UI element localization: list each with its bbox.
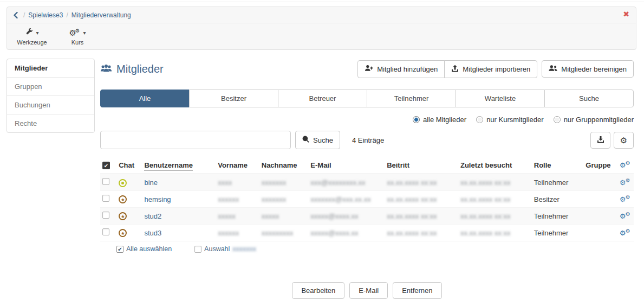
users-cleanup-icon xyxy=(549,65,557,73)
sidebar-item-rechte[interactable]: Rechte xyxy=(7,114,94,132)
select-subset-link[interactable]: Auswahl xxxxxxx xyxy=(194,245,256,253)
bearbeiten-button[interactable]: Bearbeiten xyxy=(292,282,344,299)
row-checkbox[interactable] xyxy=(102,195,109,202)
tab-teilnehmer[interactable]: Teilnehmer xyxy=(367,90,456,107)
back-chevron-icon[interactable] xyxy=(14,12,18,18)
header-actions: Mitglied hinzufügenMitglieder importiere… xyxy=(357,60,634,78)
redacted-text: xx.xx.xxxx xx:xx xyxy=(460,212,510,220)
entfernen-button[interactable]: Entfernen xyxy=(393,282,441,299)
chat-unavailable-icon[interactable]: * xyxy=(119,229,127,237)
redacted-text: xxxx xyxy=(218,178,232,187)
column-header-chat[interactable]: Chat xyxy=(116,158,142,174)
mitglieder-bereinigen-button[interactable]: Mitglieder bereinigen xyxy=(542,60,634,78)
row-actions-gears-icon[interactable]: ⚙⚙ xyxy=(620,195,632,204)
column-header-nachname[interactable]: Nachname xyxy=(259,158,309,174)
segment-tabs: AlleBesitzerBetreuerTeilnehmerWarteliste… xyxy=(100,90,634,107)
bulk-action-buttons: BearbeitenE-MailEntfernen xyxy=(100,282,634,299)
column-header-gruppe[interactable]: Gruppe xyxy=(583,158,617,174)
sidebar-item-buchungen[interactable]: Buchungen xyxy=(7,95,94,114)
row-checkbox[interactable] xyxy=(102,228,109,235)
column-header-email[interactable]: E-Mail xyxy=(308,158,385,174)
wrench-icon xyxy=(25,27,34,38)
user-plus-icon xyxy=(365,65,373,73)
username-link[interactable]: stud2 xyxy=(144,212,161,220)
column-header-rolle[interactable]: Rolle xyxy=(532,158,584,174)
search-button[interactable]: Suche xyxy=(295,131,340,149)
table-row: *stud2xxxxxxxxxxxxxxx@xxxx.xxxx.xx.xxxx … xyxy=(100,208,634,225)
radio-icon[interactable] xyxy=(413,116,420,123)
select-all-link[interactable]: ✔ Alle auswählen xyxy=(116,245,172,253)
row-checkbox[interactable] xyxy=(102,178,109,185)
checked-checkbox-icon[interactable]: ✔ xyxy=(116,246,123,253)
toolbar-item-werkzeuge[interactable]: ▾ Werkzeuge xyxy=(17,28,47,46)
tab-betreuer[interactable]: Betreuer xyxy=(278,90,367,107)
search-input[interactable] xyxy=(100,131,291,149)
radio-icon[interactable] xyxy=(554,116,561,123)
row-checkbox[interactable] xyxy=(102,212,109,219)
upload-icon xyxy=(451,65,459,74)
username-link[interactable]: stud3 xyxy=(144,229,161,237)
toolbar-item-label: Werkzeuge xyxy=(17,39,47,46)
username-link[interactable]: bine xyxy=(144,178,158,187)
table-row: binexxxxxxxxxxxxxx@xxxxxxxx.xxxx.xx.xxxx… xyxy=(100,174,634,191)
toolbar-item-kurs[interactable]: ⚙⚙ ▾ Kurs xyxy=(62,28,93,46)
main-panel: Mitglieder Mitglied hinzufügenMitglieder… xyxy=(100,59,634,299)
chat-available-icon[interactable] xyxy=(119,179,127,187)
tab-besitzer[interactable]: Besitzer xyxy=(189,90,278,107)
column-header-zuletzt-besucht[interactable]: Zuletzt besucht xyxy=(458,158,532,174)
radio-alle-mitglieder[interactable]: alle Mitglieder xyxy=(413,116,466,124)
radio-icon[interactable] xyxy=(476,116,483,123)
redacted-text: xx.xx.xxxx xx:xx xyxy=(387,178,437,187)
redacted-text: xxx@xxxxxxxx.xx xyxy=(310,178,365,187)
breadcrumb-separator: / xyxy=(23,11,25,19)
search-icon xyxy=(302,136,309,144)
redacted-text: xxxxx@xxxx.xx xyxy=(310,212,358,220)
redacted-text: xx.xx.xxxx xx:xx xyxy=(387,195,437,203)
chat-unavailable-icon[interactable]: * xyxy=(119,195,127,203)
username-link[interactable]: hemsing xyxy=(144,195,171,203)
breadcrumb-item-current[interactable]: Mitgliederverwaltung xyxy=(71,11,131,19)
close-icon[interactable]: ✖ xyxy=(623,10,629,18)
table-header-row: ✔ Chat Benutzername Vorname Nachname E-M… xyxy=(100,158,634,174)
tab-warteliste[interactable]: Warteliste xyxy=(456,90,545,107)
radio-nur-kursmitglieder[interactable]: nur Kursmitglieder xyxy=(476,116,544,124)
redacted-text: xx.xx.xxxx xx:xx xyxy=(460,229,510,237)
column-settings-gears-icon[interactable]: ⚙⚙ xyxy=(617,158,634,174)
redacted-text: xx.xx.xxxx xx:xx xyxy=(460,195,510,203)
radio-nur-gruppenmitglieder[interactable]: nur Gruppenmitglieder xyxy=(554,116,634,124)
row-actions-gears-icon[interactable]: ⚙⚙ xyxy=(620,212,632,221)
table-row: *stud3xxxxxxxxxxxxxxxxxxxx@xxxx.xxxx.xx.… xyxy=(100,225,634,241)
redacted-text: xxxxxxx xyxy=(262,195,287,203)
column-header-vorname[interactable]: Vorname xyxy=(216,158,259,174)
breadcrumb-item-course[interactable]: Spielwiese3 xyxy=(28,11,63,19)
sidebar-item-mitglieder[interactable]: Mitglieder xyxy=(7,59,94,77)
redacted-text: xxxxx xyxy=(218,212,236,220)
redacted-text: xxxxxx xyxy=(218,195,239,203)
page-title: Mitglieder xyxy=(100,63,164,75)
export-download-button[interactable] xyxy=(590,132,610,149)
column-header-beitritt[interactable]: Beitritt xyxy=(385,158,458,174)
tab-suche[interactable]: Suche xyxy=(544,90,634,107)
chat-unavailable-icon[interactable]: * xyxy=(119,212,127,220)
redacted-text: xx.xx.xxxx xx:xx xyxy=(387,229,437,237)
toolbar: ▾ Werkzeuge ⚙⚙ ▾ Kurs xyxy=(7,23,636,49)
mitglied-hinzuf-gen-button[interactable]: Mitglied hinzufügen xyxy=(357,60,445,78)
row-actions-gears-icon[interactable]: ⚙⚙ xyxy=(620,228,632,238)
select-all-header-checkbox[interactable]: ✔ xyxy=(102,162,110,169)
unchecked-checkbox-icon[interactable] xyxy=(194,246,201,253)
table-settings-button[interactable]: ⚙ xyxy=(614,132,634,149)
chevron-down-icon: ▾ xyxy=(83,30,86,36)
column-header-benutzername[interactable]: Benutzername xyxy=(142,158,216,174)
breadcrumb-separator: / xyxy=(66,11,68,19)
top-divider xyxy=(0,2,644,2)
table-row: *hemsingxxxxxxxxxxxxxxxxxxxx@xxx.xx.xxxx… xyxy=(100,191,634,208)
members-table: ✔ Chat Benutzername Vorname Nachname E-M… xyxy=(100,158,634,241)
tab-alle[interactable]: Alle xyxy=(100,90,190,107)
row-actions-gears-icon[interactable]: ⚙⚙ xyxy=(620,178,632,187)
redacted-text: xxxxxx xyxy=(218,229,239,237)
member-filter-radios: alle Mitgliedernur Kursmitgliedernur Gru… xyxy=(100,114,634,125)
mitglieder-importieren-button[interactable]: Mitglieder importieren xyxy=(444,60,537,78)
sidebar: MitgliederGruppenBuchungenRechte xyxy=(6,59,95,133)
sidebar-item-gruppen[interactable]: Gruppen xyxy=(7,77,94,95)
e-mail-button[interactable]: E-Mail xyxy=(349,282,388,299)
